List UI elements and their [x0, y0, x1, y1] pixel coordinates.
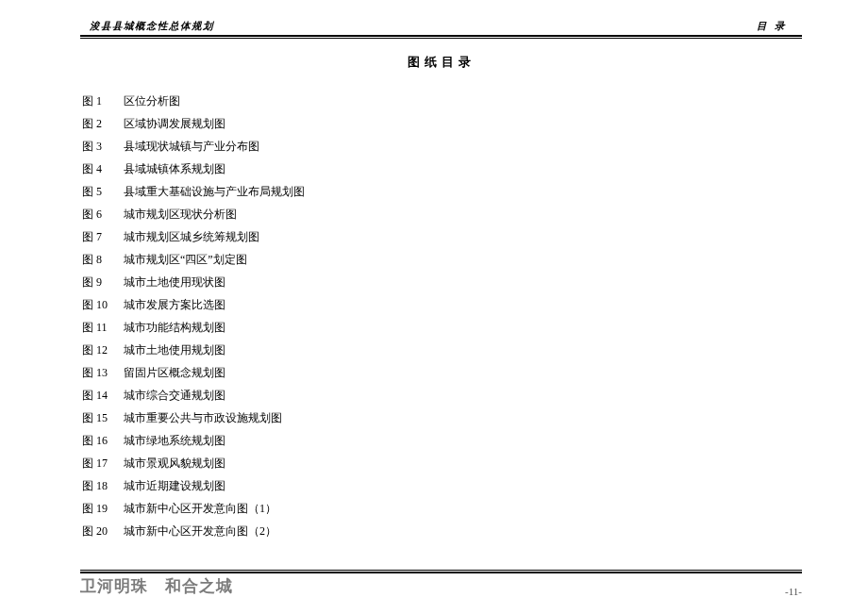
section-title: 图纸目录 — [80, 54, 802, 71]
figure-label: 图 4 — [82, 158, 124, 180]
footer-slogan-a: 卫河明珠 — [80, 577, 148, 595]
figure-label: 图 5 — [82, 180, 124, 203]
figure-title: 城市景观风貌规划图 — [124, 452, 225, 474]
list-item: 图 11城市功能结构规划图 — [82, 316, 802, 339]
figure-label: 图 20 — [82, 520, 124, 542]
footer-row: 卫河明珠和合之城 -11- — [80, 572, 802, 597]
figure-label: 图 15 — [82, 407, 124, 429]
figure-label: 图 12 — [82, 339, 124, 361]
figure-label: 图 2 — [82, 112, 124, 135]
document-page: 浚县县城概念性总体规划 目录 图纸目录 图 1区位分析图图 2区域协调发展规划图… — [0, 0, 868, 614]
figure-title: 城市土地使用规划图 — [124, 339, 225, 361]
figure-label: 图 11 — [82, 316, 124, 339]
footer-slogan-b: 和合之城 — [165, 577, 233, 595]
list-item: 图 10城市发展方案比选图 — [82, 293, 802, 316]
figure-list: 图 1区位分析图图 2区域协调发展规划图图 3县域现状城镇与产业分布图图 4县域… — [80, 90, 802, 542]
figure-title: 县域重大基础设施与产业布局规划图 — [124, 180, 305, 203]
figure-label: 图 18 — [82, 474, 124, 497]
figure-label: 图 8 — [82, 248, 124, 271]
list-item: 图 8城市规划区“四区”划定图 — [82, 248, 802, 271]
figure-label: 图 3 — [82, 135, 124, 158]
figure-title: 城市重要公共与市政设施规划图 — [124, 407, 282, 429]
figure-title: 城市近期建设规划图 — [124, 474, 225, 497]
list-item: 图 4县域城镇体系规划图 — [82, 158, 802, 180]
list-item: 图 1区位分析图 — [82, 90, 802, 112]
figure-title: 区域协调发展规划图 — [124, 112, 225, 135]
figure-title: 城市绿地系统规划图 — [124, 429, 225, 452]
figure-title: 城市规划区“四区”划定图 — [124, 248, 247, 271]
figure-title: 县域现状城镇与产业分布图 — [124, 135, 259, 158]
page-number: -11- — [785, 586, 802, 597]
header-row: 浚县县城概念性总体规划 目录 — [80, 20, 802, 37]
figure-title: 留固片区概念规划图 — [124, 361, 225, 384]
figure-label: 图 13 — [82, 361, 124, 384]
figure-title: 县域城镇体系规划图 — [124, 158, 225, 180]
figure-label: 图 17 — [82, 452, 124, 474]
figure-label: 图 10 — [82, 293, 124, 316]
list-item: 图 5县域重大基础设施与产业布局规划图 — [82, 180, 802, 203]
figure-label: 图 14 — [82, 384, 124, 407]
figure-title: 城市规划区城乡统筹规划图 — [124, 225, 259, 248]
list-item: 图 7城市规划区城乡统筹规划图 — [82, 225, 802, 248]
header-title-right: 目录 — [757, 20, 793, 33]
list-item: 图 15城市重要公共与市政设施规划图 — [82, 407, 802, 429]
figure-label: 图 19 — [82, 497, 124, 520]
figure-title: 城市发展方案比选图 — [124, 293, 225, 316]
list-item: 图 9城市土地使用现状图 — [82, 271, 802, 293]
list-item: 图 18城市近期建设规划图 — [82, 474, 802, 497]
list-item: 图 20城市新中心区开发意向图（2） — [82, 520, 802, 542]
figure-label: 图 1 — [82, 90, 124, 112]
list-item: 图 19城市新中心区开发意向图（1） — [82, 497, 802, 520]
list-item: 图 14城市综合交通规划图 — [82, 384, 802, 407]
figure-title: 区位分析图 — [124, 90, 180, 112]
header-title-left: 浚县县城概念性总体规划 — [90, 20, 214, 33]
list-item: 图 16城市绿地系统规划图 — [82, 429, 802, 452]
figure-label: 图 16 — [82, 429, 124, 452]
footer-slogan: 卫河明珠和合之城 — [80, 575, 233, 597]
figure-label: 图 6 — [82, 203, 124, 225]
list-item: 图 13留固片区概念规划图 — [82, 361, 802, 384]
figure-title: 城市新中心区开发意向图（1） — [124, 497, 276, 520]
figure-title: 城市功能结构规划图 — [124, 316, 225, 339]
figure-title: 城市土地使用现状图 — [124, 271, 225, 293]
figure-label: 图 9 — [82, 271, 124, 293]
figure-title: 城市规划区现状分析图 — [124, 203, 237, 225]
list-item: 图 2区域协调发展规划图 — [82, 112, 802, 135]
list-item: 图 6城市规划区现状分析图 — [82, 203, 802, 225]
list-item: 图 12城市土地使用规划图 — [82, 339, 802, 361]
figure-title: 城市综合交通规划图 — [124, 384, 225, 407]
figure-title: 城市新中心区开发意向图（2） — [124, 520, 276, 542]
figure-label: 图 7 — [82, 225, 124, 248]
list-item: 图 3县域现状城镇与产业分布图 — [82, 135, 802, 158]
list-item: 图 17城市景观风貌规划图 — [82, 452, 802, 474]
